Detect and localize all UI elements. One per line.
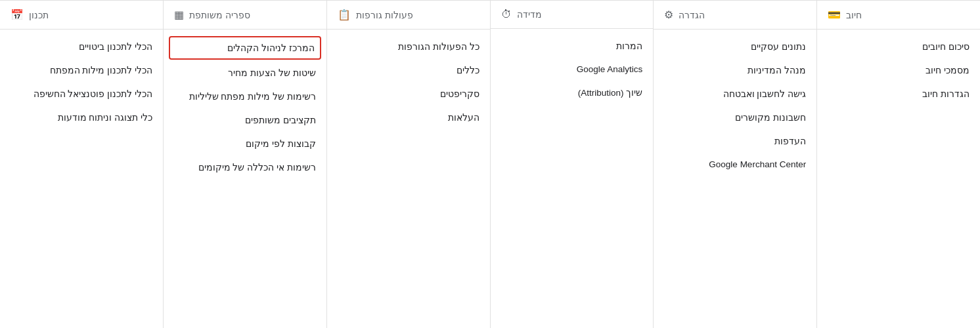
- column-planning: תכנון📅הכלי לתכנון ביטוייםהכלי לתכנון מיל…: [0, 1, 163, 328]
- credit-card-icon: 💳: [828, 9, 841, 21]
- column-items-settings: נתונים עסקייםמנהל המדיניותגישה לחשבון וא…: [654, 30, 816, 181]
- menu-item[interactable]: חשבונות מקושרים: [654, 106, 816, 129]
- column-header-label-bulk-actions: פעולות גורפות: [356, 10, 413, 20]
- column-header-bulk-actions: פעולות גורפות📋: [327, 1, 490, 30]
- menu-item[interactable]: המרכז לניהול הקהלים: [169, 36, 321, 60]
- main-menu: חיוב💳סיכום חיוביםמסמכי חיובהגדרות חיובהג…: [0, 0, 980, 328]
- column-header-label-planning: תכנון: [29, 10, 49, 20]
- column-header-label-shared-library: ספריה משותפת: [189, 10, 250, 20]
- menu-item[interactable]: שיטות של הצעות מחיר: [164, 61, 326, 85]
- menu-item[interactable]: גישה לחשבון ואבטחה: [654, 82, 816, 106]
- menu-item[interactable]: הכלי לתכנון פוטנציאל החשיפה: [0, 82, 163, 106]
- column-header-label-settings: הגדרה: [679, 10, 705, 20]
- column-shared-library: ספריה משותפת▦המרכז לניהול הקהליםשיטות של…: [163, 1, 326, 328]
- column-header-label-billing: חיוב: [846, 10, 862, 20]
- clipboard-icon: 📋: [338, 9, 351, 21]
- menu-item[interactable]: המרות: [491, 34, 654, 58]
- column-items-billing: סיכום חיוביםמסמכי חיובהגדרות חיוב: [817, 30, 980, 111]
- menu-item[interactable]: כל הפעולות הגורפות: [327, 35, 490, 58]
- column-bulk-actions: פעולות גורפות📋כל הפעולות הגורפותכלליםסקר…: [326, 1, 490, 328]
- column-header-measurement: מדידה⏱: [491, 1, 654, 29]
- menu-item[interactable]: הכלי לתכנון ביטויים: [0, 35, 163, 58]
- menu-item[interactable]: רשימות של מילות מפתח שליליות: [164, 85, 326, 108]
- menu-item[interactable]: כללים: [327, 58, 490, 82]
- menu-item[interactable]: שיוך (Attribution): [491, 81, 654, 104]
- menu-item[interactable]: מסמכי חיוב: [817, 58, 980, 82]
- column-items-shared-library: המרכז לניהול הקהליםשיטות של הצעות מחיררש…: [164, 30, 326, 184]
- column-items-bulk-actions: כל הפעולות הגורפותכלליםסקריפטיםהעלאות: [327, 30, 490, 134]
- column-header-settings: הגדרה⚙: [654, 1, 816, 30]
- timer-icon: ⏱: [501, 9, 512, 20]
- column-header-shared-library: ספריה משותפת▦: [164, 1, 326, 30]
- settings-icon: ⚙: [664, 9, 673, 21]
- menu-item[interactable]: קבוצות לפי מיקום: [164, 132, 326, 155]
- menu-item[interactable]: Google Merchant Center: [654, 153, 816, 176]
- column-items-planning: הכלי לתכנון ביטוייםהכלי לתכנון מילות המפ…: [0, 30, 163, 134]
- menu-item[interactable]: העדפות: [654, 129, 816, 153]
- calendar-icon: 📅: [11, 9, 24, 21]
- menu-item[interactable]: הגדרות חיוב: [817, 82, 980, 106]
- column-header-label-measurement: מדידה: [517, 9, 542, 20]
- menu-item[interactable]: מנהל המדיניות: [654, 58, 816, 82]
- menu-item[interactable]: הכלי לתכנון מילות המפתח: [0, 58, 163, 82]
- menu-item[interactable]: Google Analytics: [491, 58, 654, 81]
- column-header-billing: חיוב💳: [817, 1, 980, 30]
- menu-item[interactable]: תקציבים משותפים: [164, 108, 326, 132]
- menu-item[interactable]: סיכום חיובים: [817, 35, 980, 58]
- menu-item[interactable]: העלאות: [327, 106, 490, 129]
- column-header-planning: תכנון📅: [0, 1, 163, 30]
- menu-item[interactable]: רשימות אי הכללה של מיקומים: [164, 155, 326, 179]
- column-items-measurement: המרותGoogle Analyticsשיוך (Attribution): [491, 29, 654, 110]
- menu-item[interactable]: סקריפטים: [327, 82, 490, 106]
- column-settings: הגדרה⚙נתונים עסקייםמנהל המדיניותגישה לחש…: [653, 1, 816, 328]
- column-measurement: מדידה⏱המרותGoogle Analyticsשיוך (Attribu…: [490, 1, 654, 328]
- library-icon: ▦: [174, 9, 184, 21]
- menu-item[interactable]: נתונים עסקיים: [654, 35, 816, 58]
- menu-item[interactable]: כלי תצוגה וניתוח מודעות: [0, 106, 163, 129]
- column-billing: חיוב💳סיכום חיוביםמסמכי חיובהגדרות חיוב: [816, 1, 980, 328]
